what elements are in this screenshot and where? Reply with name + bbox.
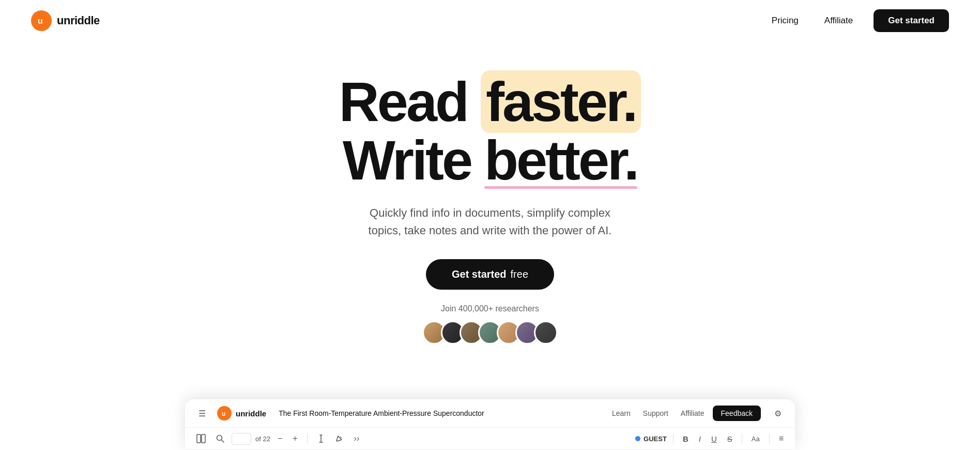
avatar-7 bbox=[534, 321, 558, 344]
panel-logo-icon: u bbox=[217, 406, 232, 421]
panel-nav-support[interactable]: Support bbox=[643, 409, 668, 417]
panel-logo-text: unriddle bbox=[236, 409, 266, 418]
hero-cta-label: Get started bbox=[452, 268, 507, 280]
panel-header: ☰ u unriddle The First Room-Temperature … bbox=[185, 399, 795, 428]
page-decrease-button[interactable]: − bbox=[274, 432, 285, 445]
panel-logo: u unriddle bbox=[217, 406, 266, 421]
bottom-panel: ☰ u unriddle The First Room-Temperature … bbox=[185, 399, 795, 450]
navbar: u unriddle Pricing Affiliate Get started bbox=[0, 0, 980, 41]
svg-text:u: u bbox=[222, 410, 225, 417]
chevron-right-icon[interactable]: ›› bbox=[351, 432, 363, 445]
guest-dot bbox=[635, 436, 640, 441]
logo[interactable]: u unriddle bbox=[31, 10, 100, 31]
logo-icon: u bbox=[31, 10, 52, 31]
guest-label: GUEST bbox=[644, 435, 667, 443]
page-number-input[interactable]: 11 bbox=[232, 433, 251, 445]
settings-icon-button[interactable]: ⚙ bbox=[771, 407, 785, 421]
panel-toolbar: 11 of 22 − + ›› GUEST B I U S bbox=[185, 428, 795, 450]
panel-menu-button[interactable]: ☰ bbox=[195, 407, 209, 421]
panel-search-icon[interactable] bbox=[213, 432, 227, 445]
guest-badge: GUEST bbox=[635, 435, 667, 443]
hero-cta-button[interactable]: Get started free bbox=[426, 259, 554, 290]
panel-nav-links: Learn Support Affiliate bbox=[612, 409, 705, 417]
avatar-group bbox=[422, 321, 558, 344]
pen-icon[interactable] bbox=[332, 432, 347, 445]
svg-line-5 bbox=[222, 440, 224, 443]
hero-cta-free: free bbox=[511, 268, 528, 280]
italic-button[interactable]: I bbox=[696, 432, 704, 445]
font-size-button[interactable]: Aa bbox=[748, 433, 763, 445]
toolbar-divider-3 bbox=[742, 433, 742, 444]
headline-line2: Write better. bbox=[339, 131, 641, 189]
nav-links: Pricing Affiliate Get started bbox=[761, 9, 949, 32]
hero-subtitle: Quickly find info in documents, simplify… bbox=[356, 204, 624, 239]
more-options-button[interactable]: ≡ bbox=[776, 432, 787, 445]
hero-section: Read faster. Write better. Quickly find … bbox=[0, 41, 980, 355]
social-proof-text: Join 400,000+ researchers bbox=[441, 304, 539, 313]
nav-link-pricing[interactable]: Pricing bbox=[761, 11, 809, 30]
panel-doc-title: The First Room-Temperature Ambient-Press… bbox=[279, 409, 604, 417]
underline-button[interactable]: U bbox=[708, 432, 720, 445]
headline-read: Read bbox=[339, 70, 481, 133]
headline-faster: faster. bbox=[481, 70, 641, 133]
panel-nav-learn[interactable]: Learn bbox=[612, 409, 631, 417]
svg-rect-2 bbox=[197, 434, 201, 443]
toolbar-divider-4 bbox=[769, 433, 770, 444]
panel-nav-affiliate[interactable]: Affiliate bbox=[681, 409, 705, 417]
logo-text: unriddle bbox=[57, 14, 100, 27]
strikethrough-button[interactable]: S bbox=[724, 432, 736, 445]
text-cursor-icon[interactable] bbox=[314, 432, 328, 445]
headline-better: better. bbox=[484, 131, 637, 189]
panel-layout-icon[interactable] bbox=[193, 432, 209, 445]
hero-headline: Read faster. Write better. bbox=[339, 72, 641, 190]
get-started-button[interactable]: Get started bbox=[874, 9, 949, 32]
svg-rect-3 bbox=[202, 434, 205, 443]
toolbar-right: GUEST B I U S Aa ≡ bbox=[635, 432, 787, 445]
svg-text:u: u bbox=[38, 17, 43, 25]
toolbar-divider-2 bbox=[673, 433, 673, 444]
page-of-text: of 22 bbox=[255, 435, 270, 443]
nav-link-affiliate[interactable]: Affiliate bbox=[814, 11, 863, 30]
headline-write: Write bbox=[343, 129, 484, 191]
bold-button[interactable]: B bbox=[680, 432, 692, 445]
page-increase-button[interactable]: + bbox=[289, 432, 300, 445]
headline-line1: Read faster. bbox=[339, 72, 641, 131]
toolbar-divider-1 bbox=[307, 433, 308, 444]
feedback-button[interactable]: Feedback bbox=[713, 406, 761, 421]
